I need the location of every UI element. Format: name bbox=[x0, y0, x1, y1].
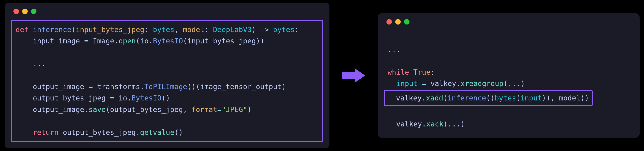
keyword-def: def bbox=[16, 26, 28, 34]
function-name: inference bbox=[33, 26, 71, 34]
window-controls-right bbox=[384, 18, 633, 24]
ellipsis: ... bbox=[388, 45, 400, 54]
inference-function-code: def inference(input_bytes_jpeg: bytes, m… bbox=[11, 20, 323, 142]
window-controls-left bbox=[11, 7, 323, 14]
maximize-icon[interactable] bbox=[31, 8, 36, 14]
code-window-right: ... while True: input = valkey.xreadgrou… bbox=[378, 13, 640, 138]
maximize-icon[interactable] bbox=[404, 19, 410, 24]
consumer-loop-code: ... while True: input = valkey.xreadgrou… bbox=[384, 30, 633, 131]
arrow-right-icon bbox=[342, 68, 365, 83]
minimize-icon[interactable] bbox=[395, 19, 401, 24]
code-window-left: def inference(input_bytes_jpeg: bytes, m… bbox=[4, 3, 330, 148]
xadd-highlighted-line: valkey.xadd(inference((bytes(input)), mo… bbox=[384, 90, 593, 106]
close-icon[interactable] bbox=[14, 8, 19, 14]
close-icon[interactable] bbox=[386, 19, 392, 24]
ellipsis: ... bbox=[16, 60, 46, 68]
minimize-icon[interactable] bbox=[22, 8, 28, 14]
